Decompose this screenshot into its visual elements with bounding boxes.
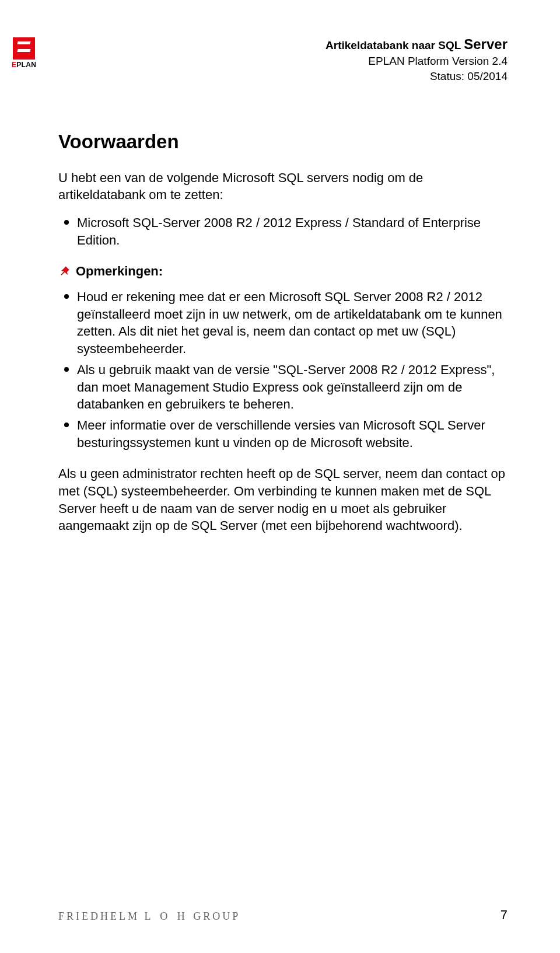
list-item: Als u gebruik maakt van de versie "SQL-S…: [58, 361, 508, 413]
list-item-text: Meer informatie over de verschillende ve…: [77, 418, 485, 450]
document-header: Artikeldatabank naar SQL Server EPLAN Pl…: [58, 35, 508, 84]
header-title-server: Server: [464, 36, 508, 52]
header-title: Artikeldatabank naar SQL Server: [58, 35, 508, 54]
list-item: Microsoft SQL-Server 2008 R2 / 2012 Expr…: [58, 214, 508, 249]
page-heading: Voorwaarden: [58, 131, 508, 153]
notes-label: Opmerkingen:: [76, 263, 163, 280]
logo-letters-plan: PLAN: [16, 61, 36, 69]
pushpin-icon: [58, 265, 71, 278]
logo-mark: [13, 37, 35, 60]
list-item: Meer informatie over de verschillende ve…: [58, 417, 508, 451]
page-footer: FRIEDHELM L O H GROUP 7: [58, 907, 508, 923]
intro-paragraph: U hebt een van de volgende Microsoft SQL…: [58, 169, 508, 204]
logo-wordmark: EPLAN: [12, 61, 36, 69]
intro-bullet-list: Microsoft SQL-Server 2008 R2 / 2012 Expr…: [58, 214, 508, 249]
page-number: 7: [501, 907, 508, 923]
footer-brand-first: FRIEDHELM: [58, 910, 139, 922]
header-title-prefix: Artikeldatabank naar SQL: [326, 39, 461, 51]
closing-paragraph: Als u geen administrator rechten heeft o…: [58, 465, 508, 535]
header-status: Status: 05/2014: [58, 69, 508, 84]
body-content: U hebt een van de volgende Microsoft SQL…: [58, 169, 508, 535]
header-version: EPLAN Platform Version 2.4: [58, 54, 508, 69]
footer-brand-group: GROUP: [193, 910, 240, 922]
list-item-text: Als u gebruik maakt van de versie "SQL-S…: [77, 362, 495, 411]
list-item: Houd er rekening mee dat er een Microsof…: [58, 288, 508, 358]
list-item-text: Houd er rekening mee dat er een Microsof…: [77, 289, 502, 356]
notes-heading-row: Opmerkingen:: [58, 263, 508, 280]
footer-brand: FRIEDHELM L O H GROUP: [58, 910, 240, 923]
footer-brand-loh: L O H: [145, 910, 188, 922]
notes-bullet-list: Houd er rekening mee dat er een Microsof…: [58, 288, 508, 451]
eplan-logo: EPLAN: [12, 36, 48, 72]
list-item-text: Microsoft SQL-Server 2008 R2 / 2012 Expr…: [77, 215, 481, 247]
